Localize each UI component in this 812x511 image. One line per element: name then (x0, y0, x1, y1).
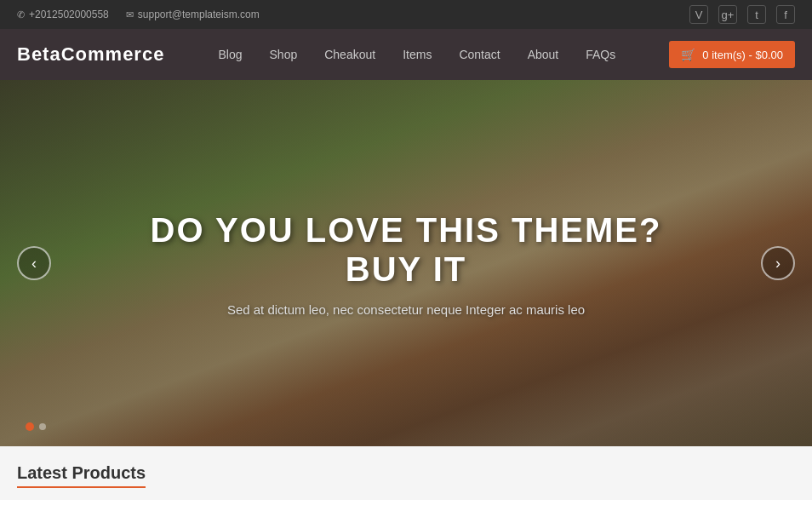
nav-cheakout[interactable]: Cheakout (311, 31, 389, 78)
nav-shop[interactable]: Shop (256, 31, 312, 78)
slider-next-button[interactable]: › (761, 246, 795, 280)
email-address: support@templateism.com (138, 9, 260, 20)
slider-prev-button[interactable]: ‹ (17, 246, 51, 280)
phone-number: +2012502000558 (29, 9, 109, 20)
below-hero-section: Latest Products (0, 446, 812, 500)
nav-blog[interactable]: Blog (204, 31, 255, 78)
nav-items[interactable]: Items (389, 31, 445, 78)
email-icon: ✉ (126, 9, 134, 20)
hero-content: DO YOU LOVE THIS THEME? BUY IT Sed at di… (108, 210, 704, 317)
slider-dot-2[interactable] (39, 423, 46, 430)
phone-icon: ✆ (17, 9, 25, 20)
email-info: ✉ support@templateism.com (126, 9, 260, 20)
nav-faqs[interactable]: FAQs (572, 31, 629, 78)
facebook-icon[interactable]: f (776, 5, 795, 24)
hero-title: DO YOU LOVE THIS THEME? BUY IT (142, 210, 670, 289)
logo[interactable]: BetaCommerce (17, 43, 164, 66)
google-plus-icon[interactable]: g+ (718, 5, 737, 24)
header: BetaCommerce Blog Shop Cheakout Items Co… (0, 29, 812, 80)
chevron-right-icon: › (775, 255, 781, 273)
topbar: ✆ +2012502000558 ✉ support@templateism.c… (0, 0, 812, 29)
cart-icon: 🛒 (681, 48, 695, 61)
slider-dots (26, 422, 46, 431)
social-links: V g+ t f (689, 5, 795, 24)
slider-dot-1[interactable] (26, 422, 34, 431)
twitter-icon[interactable]: t (747, 5, 766, 24)
cart-label: 0 item(s) - $0.00 (702, 49, 783, 61)
latest-products-title: Latest Products (17, 463, 146, 488)
chevron-left-icon: ‹ (31, 255, 37, 273)
phone-info: ✆ +2012502000558 (17, 9, 109, 20)
nav-about[interactable]: About (514, 31, 573, 78)
main-nav: Blog Shop Cheakout Items Contact About F… (204, 31, 629, 78)
hero-subtitle: Sed at dictum leo, nec consectetur neque… (142, 302, 670, 317)
nav-contact[interactable]: Contact (445, 31, 513, 78)
hero-slider: ‹ DO YOU LOVE THIS THEME? BUY IT Sed at … (0, 80, 812, 446)
vimeo-icon[interactable]: V (689, 5, 708, 24)
topbar-contact: ✆ +2012502000558 ✉ support@templateism.c… (17, 9, 260, 20)
cart-button[interactable]: 🛒 0 item(s) - $0.00 (669, 41, 795, 68)
